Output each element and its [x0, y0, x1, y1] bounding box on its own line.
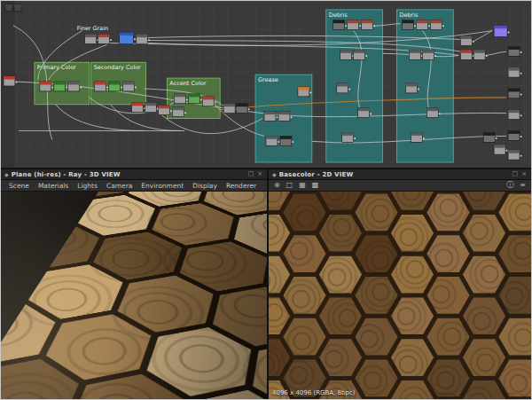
graph-node[interactable]: [223, 104, 237, 114]
graph-node[interactable]: [98, 35, 112, 44]
graph-node[interactable]: [278, 112, 292, 122]
graph-node[interactable]: [358, 108, 372, 118]
graph-node[interactable]: [120, 33, 136, 44]
hex-tiles-3d-render: [1, 192, 267, 399]
graph-node[interactable]: [409, 50, 422, 59]
graph-node[interactable]: [4, 76, 17, 86]
graph-node[interactable]: [85, 35, 98, 44]
close-panel-icon[interactable]: ×: [520, 171, 528, 177]
info-icon[interactable]: ⓘ: [506, 182, 513, 189]
graph-node[interactable]: [422, 50, 435, 59]
graph-node[interactable]: [340, 50, 354, 59]
graph-node[interactable]: [158, 106, 171, 115]
graph-node[interactable]: [236, 104, 249, 114]
graph-node[interactable]: [14, 4, 21, 12]
panel-diamond-icon: ◆: [272, 172, 277, 177]
graph-node[interactable]: [68, 82, 82, 91]
close-panel-icon[interactable]: ×: [256, 171, 263, 177]
panel-diamond-icon: ◆: [4, 172, 9, 177]
viewport-3d-header: ◆ Plane (hi-res) - Ray - 3D VIEW □×: [1, 169, 267, 180]
graph-node[interactable]: [95, 82, 108, 91]
graph-node[interactable]: [483, 132, 497, 142]
render-3d-view[interactable]: [1, 192, 267, 399]
fit-view-icon[interactable]: □: [286, 182, 293, 189]
viewport-3d-window-icons: □×: [247, 171, 264, 177]
graph-node[interactable]: [508, 67, 521, 77]
graph-node[interactable]: [426, 108, 440, 118]
graph-node[interactable]: [172, 107, 185, 117]
graph-node[interactable]: [132, 103, 145, 113]
graph-node[interactable]: [109, 82, 122, 91]
graph-node[interactable]: [298, 87, 311, 97]
graph-node[interactable]: [508, 46, 521, 56]
graph-node[interactable]: [508, 130, 521, 140]
viewport-2d-toolbar: ⊕□▦▩ ⓘ≡: [269, 180, 531, 192]
tiling-icon[interactable]: ▦: [299, 182, 306, 189]
graph-node[interactable]: [508, 110, 521, 120]
viewport-3d-title: Plane (hi-res) - Ray - 3D VIEW: [12, 171, 121, 178]
group-label: Debris: [329, 12, 348, 19]
graph-node[interactable]: [333, 20, 347, 30]
viewport-2d: ◆ Basecolor - 2D VIEW □× ⊕□▦▩ ⓘ≡ 4096 x …: [269, 169, 531, 399]
menu-lights[interactable]: Lights: [73, 181, 102, 191]
menu-display[interactable]: Display: [188, 181, 222, 191]
graph-node[interactable]: [430, 20, 443, 30]
group-label: Grease: [258, 76, 278, 83]
graph-node[interactable]: [473, 50, 487, 59]
graph-node[interactable]: [405, 83, 419, 93]
graph-node[interactable]: [174, 94, 187, 104]
pan-tool-icon[interactable]: ⊕: [274, 182, 280, 189]
background-icon[interactable]: ▩: [312, 182, 319, 189]
texture-2d-view[interactable]: 4096 x 4096 (RGBA, 8bpc): [269, 192, 531, 399]
app-window: Finer GrainPrimary ColorSecondary ColorA…: [0, 0, 532, 400]
graph-node[interactable]: [494, 26, 509, 37]
menu-materials[interactable]: Materials: [34, 181, 73, 191]
menu-renderer[interactable]: Renderer: [222, 181, 261, 191]
graph-node[interactable]: [136, 35, 149, 44]
menu-camera[interactable]: Camera: [102, 181, 137, 191]
group-label: Accent Color: [169, 80, 206, 87]
node-graph-canvas[interactable]: Finer GrainPrimary ColorSecondary ColorA…: [1, 1, 531, 168]
graph-node[interactable]: [40, 82, 53, 91]
graph-node[interactable]: [188, 94, 201, 104]
graph-node[interactable]: [264, 112, 278, 122]
menu-environment[interactable]: Environment: [137, 181, 188, 191]
node-graph-panel: Finer GrainPrimary ColorSecondary ColorA…: [1, 1, 531, 168]
viewport-2d-header: ◆ Basecolor - 2D VIEW □×: [269, 169, 531, 180]
graph-node[interactable]: [354, 50, 367, 59]
graph-node[interactable]: [411, 132, 424, 142]
graph-node[interactable]: [362, 20, 375, 30]
resolution-label: 4096 x 4096 (RGBA, 8bpc): [272, 389, 355, 396]
graph-node[interactable]: [342, 132, 356, 142]
graph-node[interactable]: [508, 150, 521, 160]
graph-node[interactable]: [416, 20, 429, 30]
float-panel-icon[interactable]: □: [247, 171, 255, 177]
menu-scene[interactable]: Scene: [4, 181, 34, 191]
graph-node[interactable]: [202, 97, 215, 106]
graph-node[interactable]: [460, 50, 473, 59]
hex-tiles-2d-texture: [269, 192, 531, 399]
graph-node[interactable]: [337, 83, 350, 93]
graph-node[interactable]: [508, 89, 521, 98]
graph-node[interactable]: [266, 136, 279, 145]
graph-node[interactable]: [460, 36, 473, 46]
toolbar-right-icons: ⓘ≡: [506, 182, 526, 189]
graph-node[interactable]: [54, 82, 67, 91]
graph-node[interactable]: [348, 20, 361, 30]
graph-node[interactable]: [5, 4, 12, 12]
group-label: Secondary Color: [94, 64, 141, 71]
viewport-3d: ◆ Plane (hi-res) - Ray - 3D VIEW □× Scen…: [1, 169, 267, 399]
toolbar-left-icons: ⊕□▦▩: [274, 182, 318, 189]
float-panel-icon[interactable]: □: [512, 171, 520, 177]
channels-icon[interactable]: ≡: [520, 182, 526, 189]
graph-node[interactable]: [402, 20, 415, 30]
viewport-3d-menubar: SceneMaterialsLightsCameraEnvironmentDis…: [1, 180, 267, 192]
viewport-2d-window-icons: □×: [512, 171, 528, 177]
graph-node[interactable]: [280, 136, 293, 145]
graph-node[interactable]: [123, 82, 137, 91]
graph-node[interactable]: [494, 145, 507, 154]
graph-node[interactable]: [145, 103, 158, 113]
viewport-2d-title: Basecolor - 2D VIEW: [279, 171, 354, 178]
group-label: Finer Grain: [77, 25, 108, 32]
group-label: Debris: [399, 12, 419, 19]
